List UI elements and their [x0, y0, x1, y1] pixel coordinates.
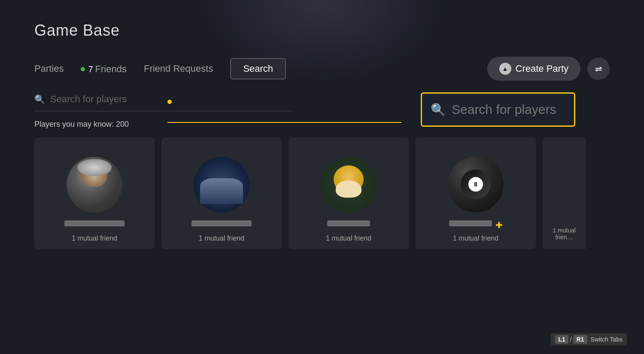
tab-friend-requests[interactable]: Friend Requests: [144, 59, 213, 79]
players-grid: 1 mutual friend 1 mutual friend 1 mutual…: [34, 137, 610, 249]
player-name-bar-3: [327, 220, 370, 226]
key-separator: /: [570, 336, 572, 343]
player-name-bar-2: [191, 220, 252, 226]
player-card-5-partial[interactable]: 1 mutual frien…: [543, 137, 586, 249]
key-r1: R1: [574, 335, 587, 344]
player-avatar-3: [321, 157, 377, 213]
search-bar[interactable]: 🔍 Search for players: [34, 94, 292, 111]
mutual-friend-text-2: 1 mutual friend: [161, 235, 282, 242]
create-party-button[interactable]: ▲ Create Party: [487, 57, 581, 81]
filter-icon: ⇌: [595, 64, 602, 74]
friends-count: 7: [88, 64, 93, 74]
mutual-friend-text-1: 1 mutual friend: [34, 235, 155, 242]
tab-friends[interactable]: 7 Friends: [81, 58, 126, 79]
bottom-bar: L1 / R1 Switch Tabs: [551, 333, 627, 345]
player-name-bar-1: [64, 220, 125, 226]
page-title: Game Base: [34, 21, 610, 40]
annotation-dot: [167, 100, 172, 104]
player-card-1[interactable]: 1 mutual friend: [34, 137, 155, 249]
search-icon: 🔍: [34, 94, 45, 104]
player-card-2[interactable]: 1 mutual friend: [161, 137, 282, 249]
add-friend-icon-4[interactable]: ✚: [495, 220, 503, 230]
search-highlight-callout: 🔍 Search for players: [421, 92, 575, 127]
tab-parties[interactable]: Parties: [34, 59, 64, 79]
players-section: Players you may know: 200 1 mutual frien…: [34, 120, 610, 249]
player-card-3[interactable]: 1 mutual friend: [289, 137, 409, 249]
tab-search[interactable]: Search: [230, 58, 286, 79]
filter-button[interactable]: ⇌: [587, 58, 610, 80]
player-name-bar-4: [449, 220, 492, 226]
online-dot: [81, 67, 85, 71]
player-avatar-2: [194, 157, 249, 213]
mutual-friend-text-5: 1 mutual frien…: [547, 227, 581, 241]
tabs-row: Parties 7 Friends Friend Requests Search…: [34, 57, 610, 81]
friends-badge: 7 Friends: [81, 64, 126, 75]
callout-search-icon: 🔍: [431, 103, 446, 117]
shortcut-label: Switch Tabs: [591, 336, 623, 343]
search-placeholder-text: Search for players: [50, 94, 127, 105]
tabs-left: Parties 7 Friends Friend Requests Search: [34, 58, 487, 79]
player-avatar-1: [67, 157, 122, 213]
keyboard-shortcut-badge: L1 / R1 Switch Tabs: [551, 333, 627, 345]
player-card-4[interactable]: ✚ 1 mutual friend: [416, 137, 536, 249]
tabs-right: ▲ Create Party ⇌: [487, 57, 610, 81]
mutual-friend-text-4: 1 mutual friend: [416, 235, 536, 242]
callout-search-text: Search for players: [452, 102, 556, 117]
playstation-icon: ▲: [499, 63, 511, 75]
mutual-friend-text-3: 1 mutual friend: [289, 235, 409, 242]
key-l1: L1: [555, 335, 568, 344]
player-avatar-4: [448, 156, 504, 212]
